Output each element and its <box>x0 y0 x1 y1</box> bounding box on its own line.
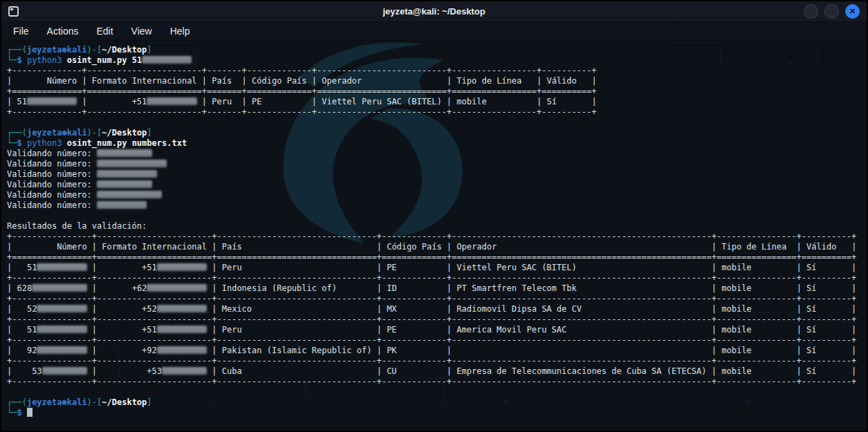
menu-item-file[interactable]: File <box>4 24 38 39</box>
redacted-number <box>142 56 192 64</box>
terminal-line: +----------------+----------------------… <box>7 232 867 242</box>
redacted-number <box>37 263 86 271</box>
redacted-number <box>97 180 151 188</box>
terminal-line: ┌──(jeyzeta⊛kali)-[~/Desktop] <box>7 397 867 408</box>
terminal-line <box>7 118 867 128</box>
redacted-number <box>97 170 157 178</box>
close-icon: ✕ <box>849 8 856 15</box>
close-button[interactable]: ✕ <box>845 4 860 19</box>
terminal-line: +----------------+----------------------… <box>7 356 867 366</box>
terminal-screen[interactable]: ┌──(jeyzeta⊛kali)-[~/Desktop]└─$ python3… <box>1 41 867 432</box>
terminal-line <box>7 211 867 221</box>
terminal-line: +----------------+----------------------… <box>7 314 867 325</box>
terminal-line: Validando número: <box>7 169 867 180</box>
maximize-button[interactable] <box>824 4 839 19</box>
terminal-line: | Número | Formato Internacional | País … <box>7 242 867 252</box>
terminal-line: ┌──(jeyzeta⊛kali)-[~/Desktop] <box>7 45 867 55</box>
redacted-number <box>157 305 207 312</box>
terminal-line: Validando número: <box>7 149 867 159</box>
terminal-line: | 51 | +51 | Peru | PE | Viettel Peru SA… <box>7 263 867 273</box>
redacted-number <box>157 326 207 333</box>
terminal-line: Validando número: <box>7 200 867 211</box>
redacted-number <box>37 346 86 354</box>
terminal-line: | 53 | +53 | Cuba | CU | Empresa de Tele… <box>7 366 867 377</box>
window-title: jeyzeta@kali: ~/Desktop <box>1 6 867 17</box>
terminal-line: +----------------+----------------------… <box>7 377 867 387</box>
terminal-line: └─$ <box>7 408 867 418</box>
redacted-number <box>32 284 86 292</box>
terminal-line: | 52 | +52 | Mexico | MX | Radiomovil Di… <box>7 304 867 314</box>
menu-item-edit[interactable]: Edit <box>87 24 122 39</box>
terminal-window: jeyzeta@kali: ~/Desktop ✕ FileActionsEdi… <box>0 0 868 432</box>
redacted-number <box>97 191 162 198</box>
terminal-line: +----------------+----------------------… <box>7 273 867 283</box>
terminal-line: | 51 | +51 | Peru | PE | America Movil P… <box>7 325 867 335</box>
terminal-line: +================+======================… <box>7 252 867 263</box>
terminal-line: Validando número: <box>7 190 867 200</box>
terminal-line: +--------------+-----------------------+… <box>7 107 867 118</box>
minimize-button[interactable] <box>804 4 818 19</box>
redacted-number <box>27 97 77 105</box>
redacted-number <box>97 160 167 167</box>
terminal-line: Resultados de la validación: <box>7 221 867 232</box>
redacted-number <box>147 284 207 292</box>
terminal-line: +----------------+----------------------… <box>7 335 867 346</box>
redacted-number <box>162 367 207 375</box>
terminal-line: Validando número: <box>7 159 867 169</box>
terminal-line: | 92 | +92 | Pakistan (Islamic Republic … <box>7 346 867 356</box>
redacted-number <box>42 367 87 375</box>
redacted-number <box>97 201 147 209</box>
redacted-number <box>147 97 196 105</box>
terminal-cursor <box>27 408 33 417</box>
terminal-line: └─$ python3 osint_num.py 51 <box>7 55 867 66</box>
terminal-line <box>7 387 867 397</box>
terminal-line: +--------------+-----------------------+… <box>7 66 867 76</box>
terminal-icon <box>8 6 19 17</box>
menu-item-help[interactable]: Help <box>161 24 199 39</box>
terminal-line: └─$ python3 osint_num.py numbers.txt <box>7 138 867 149</box>
menu-item-actions[interactable]: Actions <box>38 24 88 39</box>
redacted-number <box>37 305 86 312</box>
window-controls: ✕ <box>804 4 860 19</box>
terminal-line: +==============+=======================+… <box>7 86 867 97</box>
redacted-number <box>157 346 207 354</box>
terminal-line: | Número | Formato Internacional | País … <box>7 76 867 86</box>
menu-item-view[interactable]: View <box>122 24 161 39</box>
terminal-line: ┌──(jeyzeta⊛kali)-[~/Desktop] <box>7 128 867 138</box>
terminal-line: | 628 | +62 | Indonesia (Republic of) | … <box>7 283 867 294</box>
titlebar: jeyzeta@kali: ~/Desktop ✕ <box>1 1 867 22</box>
redacted-number <box>37 326 86 333</box>
terminal-line: +----------------+----------------------… <box>7 294 867 304</box>
menubar: FileActionsEditViewHelp <box>1 22 867 41</box>
redacted-number <box>97 149 151 157</box>
redacted-number <box>157 263 207 271</box>
terminal-line: Validando número: <box>7 180 867 190</box>
terminal-line: | 51 | +51 | Peru | PE | Viettel Peru SA… <box>7 97 867 107</box>
